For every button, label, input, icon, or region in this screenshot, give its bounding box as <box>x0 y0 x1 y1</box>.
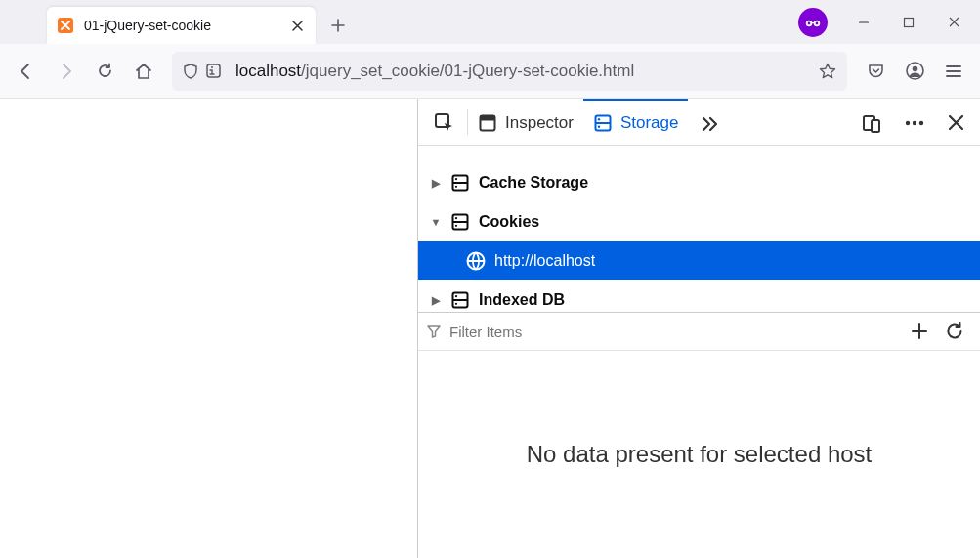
tree-item-label: Cache Storage <box>479 174 588 192</box>
tree-item-label: Indexed DB <box>479 291 565 309</box>
filter-funnel-icon <box>426 323 442 339</box>
devtools-toolbar: Inspector Storage <box>418 99 980 146</box>
element-picker-button[interactable] <box>422 99 467 146</box>
svg-rect-6 <box>207 64 220 77</box>
url-host: localhost <box>235 62 301 80</box>
menu-button[interactable] <box>935 53 972 90</box>
empty-state-message: No data present for selected host <box>527 441 873 468</box>
window-maximize-button[interactable] <box>886 0 931 44</box>
content-area: Inspector Storage <box>0 99 980 558</box>
svg-point-4 <box>816 21 819 24</box>
pocket-button[interactable] <box>857 53 894 90</box>
window-close-button[interactable] <box>931 0 976 44</box>
svg-point-14 <box>598 118 600 120</box>
filter-bar <box>418 312 980 351</box>
tree-item-cookies-host[interactable]: http://localhost <box>418 241 980 280</box>
svg-point-26 <box>455 225 457 227</box>
tree-item-label: Cookies <box>479 213 539 231</box>
chevron-down-icon: ▼ <box>430 216 442 228</box>
storage-category-icon <box>449 172 471 193</box>
filter-input-wrap <box>426 323 902 340</box>
back-button[interactable] <box>8 53 45 90</box>
page-viewport <box>0 99 417 558</box>
bookmark-star-icon[interactable] <box>818 62 837 81</box>
svg-point-9 <box>912 66 917 72</box>
devtools-overflow-button[interactable] <box>688 99 731 146</box>
window-minimize-button[interactable] <box>841 0 886 44</box>
svg-rect-12 <box>481 115 495 120</box>
devtools-meatball-button[interactable] <box>893 99 936 146</box>
svg-point-30 <box>455 303 457 305</box>
storage-category-icon <box>449 289 471 311</box>
home-button[interactable] <box>125 53 162 90</box>
xampp-favicon <box>57 17 74 34</box>
storage-tab-label: Storage <box>620 113 679 133</box>
url-text: localhost/jquery_set_cookie/01-jQuery-se… <box>235 62 634 81</box>
svg-rect-17 <box>872 120 879 132</box>
storage-category-icon <box>449 211 471 233</box>
tree-item-indexed-db[interactable]: ▶ Indexed DB <box>418 280 980 312</box>
filter-input[interactable] <box>449 323 902 340</box>
globe-icon <box>465 250 487 272</box>
private-browsing-icon <box>798 8 828 37</box>
url-path: /jquery_set_cookie/01-jQuery-set-cookie.… <box>301 62 634 80</box>
svg-point-3 <box>808 21 811 24</box>
svg-point-15 <box>598 125 600 127</box>
tab-title: 01-jQuery-set-cookie <box>84 18 288 33</box>
window-controls <box>798 0 980 44</box>
svg-rect-5 <box>905 18 914 26</box>
browser-titlebar: 01-jQuery-set-cookie <box>0 0 980 44</box>
browser-tab[interactable]: 01-jQuery-set-cookie <box>47 7 316 44</box>
devtools-close-button[interactable] <box>936 99 976 146</box>
add-item-button[interactable] <box>902 314 937 349</box>
svg-point-20 <box>919 120 923 124</box>
svg-point-7 <box>211 66 213 68</box>
reload-button[interactable] <box>86 53 123 90</box>
shield-icon[interactable] <box>182 63 199 80</box>
browser-navbar: localhost/jquery_set_cookie/01-jQuery-se… <box>0 44 980 99</box>
svg-point-25 <box>455 217 457 219</box>
devtools-panel: Inspector Storage <box>417 99 980 558</box>
inspector-icon <box>478 113 497 133</box>
svg-point-23 <box>455 186 457 188</box>
new-tab-button[interactable] <box>321 9 355 42</box>
tree-item-label: http://localhost <box>494 252 595 270</box>
forward-button <box>47 53 84 90</box>
storage-tab[interactable]: Storage <box>583 99 689 146</box>
site-info-icon[interactable] <box>205 63 222 79</box>
chevron-right-icon: ▶ <box>430 177 442 190</box>
url-bar[interactable]: localhost/jquery_set_cookie/01-jQuery-se… <box>172 52 847 91</box>
tree-item-cache-storage[interactable]: ▶ Cache Storage <box>418 163 980 202</box>
tab-close-icon[interactable] <box>288 17 306 34</box>
storage-icon <box>593 113 613 133</box>
tree-item-cookies[interactable]: ▼ Cookies <box>418 202 980 241</box>
refresh-button[interactable] <box>937 314 972 349</box>
inspector-tab[interactable]: Inspector <box>468 99 583 146</box>
svg-point-19 <box>913 120 916 124</box>
account-button[interactable] <box>896 53 933 90</box>
storage-tree: ▶ Cache Storage ▼ Cookies http://localho… <box>418 146 980 312</box>
responsive-mode-button[interactable] <box>850 99 893 146</box>
chevron-right-icon: ▶ <box>430 294 442 307</box>
svg-point-29 <box>455 295 457 297</box>
svg-point-18 <box>906 120 910 124</box>
data-panel: No data present for selected host <box>418 351 980 558</box>
svg-point-22 <box>455 178 457 180</box>
inspector-tab-label: Inspector <box>505 113 574 133</box>
